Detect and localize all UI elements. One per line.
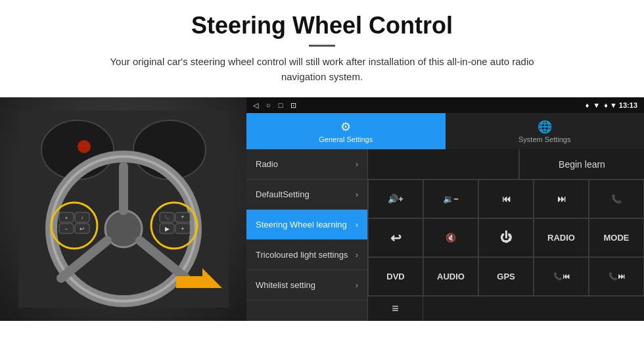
content-area: + − ♪ ↩ 📞 ▶ + + [0,97,644,361]
header-section: Steering Wheel Control Your original car… [53,0,591,91]
android-panel: ◁ ○ □ ⊡ ♦ ▼ ♦ ▼ 13:13 ⚙ General Settings [246,97,644,321]
menu-item-radio[interactable]: Radio › [246,149,367,180]
vol-down-button[interactable]: 🔉− [423,180,478,218]
hook-icon: ↩ [390,230,402,246]
svg-text:↩: ↩ [80,226,85,232]
svg-rect-29 [176,276,206,288]
dvd-button[interactable]: DVD [368,257,423,296]
nav-back-icon[interactable]: ◁ [253,101,258,110]
signal-icon: ▼ [593,101,600,109]
gear-icon: ⚙ [340,120,351,134]
mode-label: MODE [604,233,630,243]
menu-item-default[interactable]: DefaultSetting › [246,180,367,210]
tab-system-settings[interactable]: 🌐 System Settings [446,113,645,149]
gps-button[interactable]: GPS [478,257,534,296]
svg-text:−: − [64,226,68,232]
menu-default-label: DefaultSetting [256,189,310,199]
controls-panel: Begin learn 🔊+ 🔉− ⏮ [368,149,644,321]
skip-forward-icon: ⏭ [557,194,566,204]
menu-item-tricoloured[interactable]: Tricoloured light settings › [246,240,367,270]
tab-system-label: System Settings [518,135,570,143]
svg-text:+: + [181,214,184,220]
skip-back-icon: ⏮ [502,194,511,204]
tab-general-settings[interactable]: ⚙ General Settings [246,113,446,149]
main-content: Radio › DefaultSetting › Steering Wheel … [246,149,644,321]
menu-whitelist-label: Whitelist setting [256,280,315,290]
vol-up-icon: 🔊+ [388,194,403,204]
status-bar-left: ◁ ○ □ ⊡ [253,101,296,110]
svg-text:📞: 📞 [164,214,170,220]
menu-steering-label: Steering Wheel learning [256,220,347,229]
tel-prev-icon: 📞⏮ [553,272,570,281]
ctrl-empty-box [368,149,519,179]
menu-list: Radio › DefaultSetting › Steering Wheel … [246,149,368,321]
ctrl-row-top: Begin learn [368,149,644,180]
status-bar-right: ♦ ▼ ♦ ▼ 13:13 [586,101,637,109]
image-panel: + − ♪ ↩ 📞 ▶ + + [0,97,246,321]
chevron-right-icon: › [356,281,358,290]
location-icon: ♦ [586,101,589,109]
radio-button[interactable]: RADIO [534,218,589,257]
tel-next-icon: 📞⏭ [609,272,625,281]
phone-button[interactable]: 📞 [589,180,644,218]
menu-item-whitelist[interactable]: Whitelist setting › [246,270,367,301]
steering-wheel-svg: + − ♪ ↩ 📞 ▶ + + [18,110,229,308]
svg-text:♪: ♪ [81,215,83,220]
nav-cast-icon[interactable]: ⊡ [290,101,296,110]
menu-icon-button[interactable]: ≡ [368,297,423,321]
vol-up-button[interactable]: 🔊+ [368,180,423,218]
chevron-right-icon: › [356,160,358,169]
next-button[interactable]: ⏭ [534,180,589,218]
svg-text:+: + [64,215,68,221]
audio-button[interactable]: AUDIO [423,257,478,296]
steering-wheel-bg: + − ♪ ↩ 📞 ▶ + + [0,97,246,321]
power-button[interactable]: ⏻ [478,218,534,257]
mute-button[interactable]: 🔇 [423,218,478,257]
tel-prev-button[interactable]: 📞⏮ [534,257,589,296]
svg-point-3 [78,140,91,153]
menu-item-steering[interactable]: Steering Wheel learning › [246,210,367,240]
tab-bar: ⚙ General Settings 🌐 System Settings [246,113,644,149]
chevron-right-icon: › [356,220,358,229]
svg-text:▶: ▶ [164,226,169,232]
chevron-right-icon: › [356,190,358,199]
mute-icon: 🔇 [446,233,456,243]
title-divider [309,45,335,47]
svg-text:+: + [181,226,184,232]
clock-display: ♦ ▼ 13:13 [604,101,637,109]
vol-down-icon: 🔉− [443,194,459,204]
radio-label: RADIO [547,233,575,243]
tab-general-label: General Settings [319,135,373,143]
ctrl-button-grid: 🔊+ 🔉− ⏮ ⏭ 📞 [368,180,644,296]
hamburger-icon: ≡ [392,302,399,316]
nav-home-icon[interactable]: ○ [266,101,271,109]
prev-button[interactable]: ⏮ [478,180,534,218]
status-bar: ◁ ○ □ ⊡ ♦ ▼ ♦ ▼ 13:13 [246,97,644,113]
mode-button[interactable]: MODE [589,218,644,257]
nav-recent-icon[interactable]: □ [279,101,283,109]
hook-button[interactable]: ↩ [368,218,423,257]
globe-icon: 🌐 [538,120,552,134]
audio-label: AUDIO [437,272,465,281]
page-wrapper: Steering Wheel Control Your original car… [0,0,644,361]
begin-learn-button[interactable]: Begin learn [519,149,644,179]
page-subtitle: Your original car's steering wheel contr… [92,55,552,84]
tel-next-button[interactable]: 📞⏭ [589,257,644,296]
menu-tricoloured-label: Tricoloured light settings [256,250,348,260]
menu-radio-label: Radio [256,159,278,169]
chevron-right-icon: › [356,251,358,260]
power-icon: ⏻ [500,231,512,245]
page-title: Steering Wheel Control [92,12,552,39]
gps-label: GPS [497,272,515,281]
ctrl-row-bottom: ≡ [368,296,644,321]
phone-icon: 📞 [611,194,622,204]
dvd-label: DVD [386,272,404,281]
